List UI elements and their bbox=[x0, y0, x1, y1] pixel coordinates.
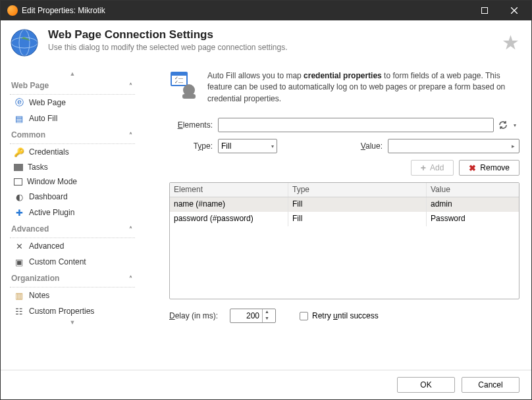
cell-element: password (#password) bbox=[170, 212, 288, 226]
sidebar-item-notes[interactable]: ▥ Notes bbox=[10, 288, 135, 303]
chevron-up-icon: ˄ bbox=[129, 132, 132, 139]
sidebar-item-tasks[interactable]: Tasks bbox=[10, 160, 135, 174]
page-title: Web Page Connection Settings bbox=[48, 28, 492, 41]
sidebar-item-custom-content[interactable]: ▣ Custom Content bbox=[10, 254, 135, 270]
cell-value: Password bbox=[427, 212, 519, 226]
nav-label: Notes bbox=[29, 291, 49, 300]
notes-icon: ▥ bbox=[14, 290, 24, 301]
ie-icon: ⓔ bbox=[14, 97, 24, 108]
elements-input[interactable] bbox=[218, 118, 494, 132]
delay-input[interactable] bbox=[230, 311, 262, 320]
page-subtitle: Use this dialog to modify the selected w… bbox=[48, 43, 492, 52]
cell-value: admin bbox=[427, 197, 519, 212]
app-icon bbox=[7, 5, 18, 16]
list-icon: ☷ bbox=[14, 306, 24, 316]
intro-before: Auto Fill allows you to map bbox=[207, 71, 304, 80]
sidebar-item-custom-properties[interactable]: ☷ Custom Properties bbox=[10, 303, 135, 319]
value-label: Value: bbox=[339, 141, 388, 151]
globe-icon bbox=[10, 28, 39, 57]
sidebar-item-advanced[interactable]: ✕ Advanced bbox=[10, 238, 135, 254]
spin-up[interactable]: ▲ bbox=[263, 309, 271, 316]
retry-label: Retry until success bbox=[312, 311, 379, 320]
col-element[interactable]: Element bbox=[170, 183, 288, 197]
titlebar: Edit Properties: Mikrotik bbox=[1, 1, 531, 20]
header: Web Page Connection Settings Use this di… bbox=[1, 28, 531, 61]
type-value: Fill bbox=[221, 141, 231, 151]
main-panel: ✓— ✓— Auto Fill allows you to map creden… bbox=[142, 70, 519, 361]
value-input[interactable]: ▸ bbox=[388, 139, 519, 153]
sidebar-group-web-page[interactable]: Web Page ˄ bbox=[10, 77, 135, 95]
form-icon: ▤ bbox=[14, 113, 24, 124]
type-label: Type: bbox=[169, 141, 218, 151]
col-type[interactable]: Type bbox=[288, 183, 427, 197]
cancel-button[interactable]: Cancel bbox=[462, 377, 519, 393]
sidebar-item-auto-fill[interactable]: ▤ Auto Fill bbox=[10, 111, 135, 126]
favorite-star-icon[interactable]: ★ bbox=[502, 31, 519, 54]
group-label: Web Page bbox=[11, 81, 49, 90]
retry-checkbox[interactable]: Retry until success bbox=[300, 311, 379, 320]
add-button[interactable]: + Add bbox=[411, 160, 454, 176]
autofill-icon: ✓— ✓— bbox=[169, 70, 198, 99]
nav-label: Active Plugin bbox=[29, 208, 74, 217]
intro-bold: credential properties bbox=[304, 71, 382, 80]
cell-type: Fill bbox=[288, 197, 427, 212]
ok-button[interactable]: OK bbox=[397, 377, 455, 393]
intro-text: Auto Fill allows you to map credential p… bbox=[207, 70, 519, 105]
button-label: Add bbox=[430, 163, 444, 172]
sidebar-item-credentials[interactable]: 🔑 Credentials bbox=[10, 144, 135, 160]
plus-icon: + bbox=[421, 162, 426, 173]
nav-label: Web Page bbox=[29, 98, 66, 107]
chevron-up-icon: ˄ bbox=[129, 226, 132, 233]
chevron-down-icon[interactable]: ▼ bbox=[10, 319, 135, 326]
delay-spinner[interactable]: ▲ ▼ bbox=[230, 309, 276, 323]
button-label: OK bbox=[420, 380, 431, 389]
refresh-button[interactable] bbox=[496, 118, 510, 132]
table-row[interactable]: password (#password) Fill Password bbox=[170, 212, 519, 226]
sidebar-item-web-page[interactable]: ⓔ Web Page bbox=[10, 95, 135, 111]
nav-label: Auto Fill bbox=[29, 114, 57, 123]
close-button[interactable] bbox=[499, 1, 529, 20]
nav-label: Advanced bbox=[29, 241, 64, 251]
sidebar: ▲ Web Page ˄ ⓔ Web Page ▤ Auto Fill Comm… bbox=[10, 70, 135, 361]
sidebar-item-active-plugin[interactable]: ✚ Active Plugin bbox=[10, 205, 135, 220]
elements-dropdown-arrow[interactable]: ▾ bbox=[510, 122, 519, 128]
button-label: Cancel bbox=[478, 380, 502, 389]
chevron-up-icon: ˄ bbox=[129, 275, 132, 282]
sidebar-item-window-mode[interactable]: Window Mode bbox=[10, 174, 135, 189]
group-label: Advanced bbox=[11, 224, 49, 234]
chevron-up-icon[interactable]: ▲ bbox=[10, 70, 135, 77]
sidebar-group-organization[interactable]: Organization ˄ bbox=[10, 270, 135, 288]
window-title: Edit Properties: Mikrotik bbox=[22, 6, 469, 15]
elements-label: Elements: bbox=[169, 120, 218, 130]
tasks-icon bbox=[14, 164, 23, 171]
puzzle-icon: ✚ bbox=[14, 207, 24, 218]
key-icon: 🔑 bbox=[14, 147, 24, 157]
window-icon bbox=[14, 178, 22, 186]
col-value[interactable]: Value bbox=[427, 183, 519, 197]
type-select[interactable]: Fill ▾ bbox=[218, 139, 277, 153]
dialog-window: Edit Properties: Mikrotik Web Page Conne… bbox=[0, 0, 532, 400]
gauge-icon: ◐ bbox=[14, 191, 24, 202]
remove-button[interactable]: ✖ Remove bbox=[459, 160, 519, 176]
svg-text:✓—: ✓— bbox=[174, 80, 183, 84]
nav-label: Credentials bbox=[29, 147, 69, 157]
nav-label: Window Mode bbox=[27, 177, 77, 186]
table-row[interactable]: name (#name) Fill admin bbox=[170, 197, 519, 212]
wrench-icon: ✕ bbox=[14, 241, 24, 251]
chevron-down-icon: ▾ bbox=[271, 143, 274, 149]
maximize-button[interactable] bbox=[469, 1, 499, 20]
cell-type: Fill bbox=[288, 212, 427, 226]
cell-element: name (#name) bbox=[170, 197, 288, 212]
sidebar-item-dashboard[interactable]: ◐ Dashboard bbox=[10, 189, 135, 205]
nav-label: Tasks bbox=[28, 162, 48, 172]
spin-down[interactable]: ▼ bbox=[263, 316, 271, 322]
sidebar-group-common[interactable]: Common ˄ bbox=[10, 126, 135, 144]
nav-label: Custom Content bbox=[29, 257, 86, 266]
chevron-up-icon: ˄ bbox=[129, 82, 132, 89]
checkbox-icon bbox=[300, 312, 308, 320]
close-icon bbox=[511, 7, 518, 14]
sidebar-group-advanced[interactable]: Advanced ˄ bbox=[10, 220, 135, 238]
refresh-icon bbox=[498, 120, 508, 130]
table-header: Element Type Value bbox=[170, 183, 519, 197]
delay-label: Delay (in ms): bbox=[169, 311, 223, 320]
